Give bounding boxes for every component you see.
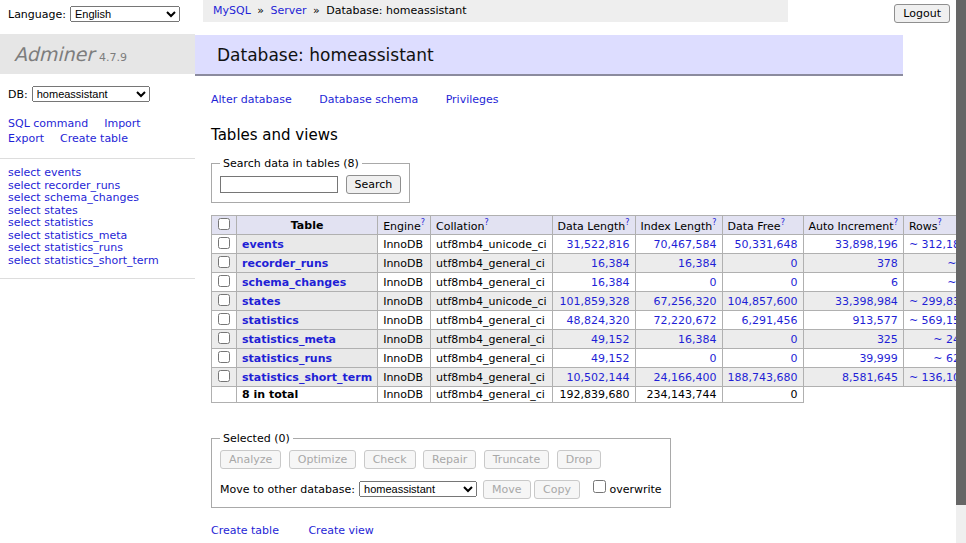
truncate-button[interactable]: Truncate [484,450,549,469]
auto-increment-link[interactable]: 6 [891,276,898,289]
select-link[interactable]: select [8,191,41,204]
data-free-link[interactable]: 0 [791,257,798,270]
create-table-link[interactable]: Create table [211,524,279,537]
overwrite-checkbox[interactable] [593,480,606,493]
sidebar-item-statistics[interactable]: statistics [44,216,93,229]
data-length-link[interactable]: 49,152 [591,352,630,365]
select-link[interactable]: select [8,166,41,179]
data-free-link[interactable]: 6,291,456 [742,314,798,327]
row-checkbox[interactable] [218,256,230,268]
data-length-help-link[interactable]: ? [625,218,629,227]
sidebar-link-sql-command[interactable]: SQL command [8,117,88,130]
auto-increment-link[interactable]: 325 [877,333,898,346]
index-length-link[interactable]: 72,220,672 [654,314,717,327]
row-checkbox[interactable] [218,237,230,249]
data-free-link[interactable]: 0 [791,276,798,289]
analyze-button[interactable]: Analyze [220,450,281,469]
db-select[interactable]: homeassistant [32,86,150,102]
index-length-link[interactable]: 67,256,320 [654,295,717,308]
index-length-link[interactable]: 0 [710,352,717,365]
breadcrumb-server-link[interactable]: Server [271,4,307,17]
rows-help-link[interactable]: ? [937,218,941,227]
data-free-link[interactable]: 0 [791,352,798,365]
select-link[interactable]: select [8,229,41,242]
data-free-link[interactable]: 0 [791,333,798,346]
index-length-link[interactable]: 0 [710,276,717,289]
table-link[interactable]: schema_changes [242,276,346,289]
row-checkbox[interactable] [218,332,230,344]
data-free-help-link[interactable]: ? [781,218,785,227]
auto-increment-link[interactable]: 378 [877,257,898,270]
sidebar-item-events[interactable]: events [44,166,81,179]
create-view-link[interactable]: Create view [308,524,373,537]
sidebar-item-statistics-short-term[interactable]: statistics_short_term [44,254,158,267]
auto-increment-link[interactable]: 39,999 [859,352,898,365]
move-button[interactable]: Move [483,480,531,499]
sidebar-item-recorder-runs[interactable]: recorder_runs [44,179,120,192]
index-length-link[interactable]: 16,384 [678,257,717,270]
data-free-link[interactable]: 50,331,648 [735,238,798,251]
auto-increment-link[interactable]: 33,898,196 [835,238,898,251]
optimize-button[interactable]: Optimize [289,450,356,469]
repair-button[interactable]: Repair [423,450,476,469]
row-checkbox[interactable] [218,313,230,325]
copy-button[interactable]: Copy [534,480,580,499]
table-link[interactable]: statistics [242,314,299,327]
index-length-link[interactable]: 70,467,584 [654,238,717,251]
sidebar-link-create-table[interactable]: Create table [60,132,128,145]
engine-help-link[interactable]: ? [421,218,425,227]
data-length-link[interactable]: 16,384 [591,276,630,289]
privileges-link[interactable]: Privileges [446,93,499,106]
search-button[interactable]: Search [346,175,402,194]
select-link[interactable]: select [8,204,41,217]
sidebar-item-statistics-meta[interactable]: statistics_meta [44,229,127,242]
data-free-link[interactable]: 188,743,680 [728,371,798,384]
index-length-help-link[interactable]: ? [712,218,716,227]
select-link[interactable]: select [8,179,41,192]
index-length-link[interactable]: 24,166,400 [654,371,717,384]
table-link[interactable]: states [242,295,281,308]
index-length-link[interactable]: 16,384 [678,333,717,346]
auto-increment-link[interactable]: 8,581,645 [842,371,898,384]
breadcrumb-mysql-link[interactable]: MySQL [213,4,251,17]
table-link[interactable]: statistics_short_term [242,371,372,384]
sidebar-item-statistics-runs[interactable]: statistics_runs [44,241,123,254]
row-checkbox[interactable] [218,294,230,306]
data-free-link[interactable]: 104,857,600 [728,295,798,308]
auto-increment-help-link[interactable]: ? [894,218,898,227]
data-length-link[interactable]: 16,384 [591,257,630,270]
table-link[interactable]: recorder_runs [242,257,328,270]
data-length-link[interactable]: 101,859,328 [560,295,630,308]
data-length-link[interactable]: 31,522,816 [567,238,630,251]
table-link[interactable]: statistics_runs [242,352,332,365]
vertical-scrollbar[interactable] [956,0,966,543]
data-length-link[interactable]: 49,152 [591,333,630,346]
auto-increment-link[interactable]: 33,398,984 [835,295,898,308]
select-all-checkbox[interactable] [218,218,230,230]
auto-increment-link[interactable]: 913,577 [852,314,898,327]
sidebar-item-states[interactable]: states [44,204,78,217]
database-schema-link[interactable]: Database schema [319,93,418,106]
row-checkbox[interactable] [218,275,230,287]
select-link[interactable]: select [8,241,41,254]
drop-button[interactable]: Drop [557,450,601,469]
scrollbar-thumb[interactable] [956,0,966,505]
logout-button[interactable]: Logout [894,4,950,23]
sidebar-link-export[interactable]: Export [8,132,44,145]
table-link[interactable]: statistics_meta [242,333,336,346]
select-link[interactable]: select [8,254,41,267]
row-checkbox[interactable] [218,351,230,363]
language-select[interactable]: English [70,6,180,22]
search-input[interactable] [220,176,338,193]
collation-help-link[interactable]: ? [484,218,488,227]
move-database-select[interactable]: homeassistant [359,481,477,497]
table-link[interactable]: events [242,238,284,251]
check-button[interactable]: Check [364,450,416,469]
data-length-link[interactable]: 10,502,144 [567,371,630,384]
select-link[interactable]: select [8,216,41,229]
data-length-link[interactable]: 48,824,320 [567,314,630,327]
sidebar-item-schema-changes[interactable]: schema_changes [44,191,139,204]
row-checkbox[interactable] [218,370,230,382]
sidebar-link-import[interactable]: Import [104,117,141,130]
alter-database-link[interactable]: Alter database [211,93,292,106]
